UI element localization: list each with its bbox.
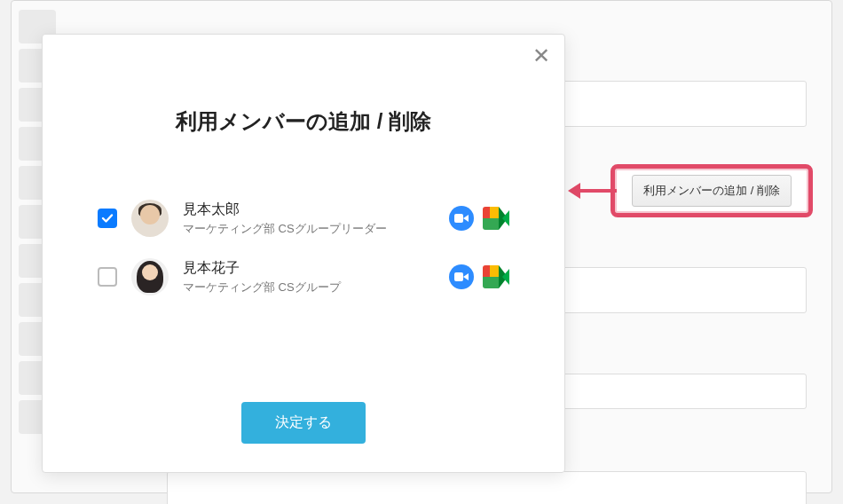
member-role: マーケティング部 CSグループ xyxy=(183,280,435,295)
member-list: 見本太郎 マーケティング部 CSグループリーダー 見本花子 マーケティング部 C… xyxy=(43,189,564,306)
zoom-icon xyxy=(449,264,474,289)
callout-arrow xyxy=(568,185,617,197)
member-integration-icons xyxy=(449,264,509,289)
member-name: 見本花子 xyxy=(183,259,435,278)
member-name: 見本太郎 xyxy=(183,201,435,219)
google-meet-icon xyxy=(483,265,509,288)
member-integration-icons xyxy=(449,206,509,231)
zoom-icon xyxy=(449,206,474,231)
member-modal: ✕ 利用メンバーの追加 / 削除 見本太郎 マーケティング部 CSグループリーダ… xyxy=(42,34,565,473)
member-role: マーケティング部 CSグループリーダー xyxy=(183,221,435,237)
add-remove-members-button[interactable]: 利用メンバーの追加 / 削除 xyxy=(632,175,792,207)
google-meet-icon xyxy=(483,207,509,230)
submit-wrap: 決定する xyxy=(43,402,564,444)
close-button[interactable]: ✕ xyxy=(529,43,554,68)
member-row: 見本花子 マーケティング部 CSグループ xyxy=(98,248,509,306)
member-info: 見本太郎 マーケティング部 CSグループリーダー xyxy=(183,201,435,237)
modal-title: 利用メンバーの追加 / 削除 xyxy=(43,107,564,136)
avatar xyxy=(131,200,169,237)
close-icon: ✕ xyxy=(532,43,550,68)
avatar xyxy=(131,258,169,295)
background-field xyxy=(167,471,807,504)
submit-button[interactable]: 決定する xyxy=(241,402,366,444)
member-row: 見本太郎 マーケティング部 CSグループリーダー xyxy=(98,189,509,248)
member-info: 見本花子 マーケティング部 CSグループ xyxy=(183,259,435,295)
callout-highlight: 利用メンバーの追加 / 削除 xyxy=(611,164,813,217)
member-checkbox[interactable] xyxy=(98,267,117,287)
member-checkbox[interactable] xyxy=(98,209,117,228)
